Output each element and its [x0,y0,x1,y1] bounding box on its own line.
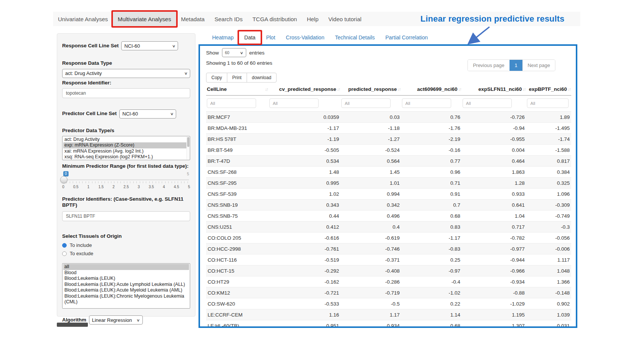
next-page-button[interactable]: Next page [522,60,555,71]
value-cell: -0.761 [269,243,341,254]
cell-line-cell: BR:T-47D [206,156,269,167]
slider-tick-label: 3 [138,185,140,189]
nav-item-univariate-analyses[interactable]: Univariate Analyses [53,12,113,26]
column-header-cv-predicted-response[interactable]: cv_predicted_response↓↑ [269,84,341,95]
column-filter-input-expbptf-nci60[interactable] [527,98,569,108]
export-copy-button[interactable]: Copy [206,73,227,83]
predictor-cell-line-set-select[interactable]: NCI-60 ∨ [119,109,176,119]
tab-cross-validation[interactable]: Cross-Validation [281,31,330,44]
nav-item-tcga-distribution[interactable]: TCGA distribution [247,12,302,26]
value-cell: -1.74 [526,134,571,145]
previous-page-button[interactable]: Previous page [468,60,509,71]
value-cell: 1.45 [341,167,401,178]
tissue-option-blood-leukemia-leuk-chronic-myelogenous-leukemia-cml[interactable]: Blood:Leukemia (LEUK):Chronic Myelogenou… [63,293,189,305]
value-cell: -0.519 [269,254,341,265]
column-filter-input-expslfn11-nci60[interactable] [463,98,512,108]
value-cell: 0.342 [341,200,401,211]
value-cell: -0.934 [462,276,526,287]
column-filter-cell [206,95,269,112]
tissue-radio-to-exclude[interactable]: To exclude [62,251,190,256]
value-cell: 0.933 [462,189,526,200]
slider-track[interactable] [63,179,189,180]
tissue-option-blood-leukemia-leuk-acute-myeloid-leukemia-aml[interactable]: Blood:Leukemia (LEUK):Acute Myeloid Leuk… [63,287,189,293]
chevron-down-icon: ∨ [184,71,188,75]
value-cell: 1.04 [462,211,526,222]
radio-icon[interactable] [62,251,67,256]
column-filter-input-cv-predicted-response[interactable] [269,98,319,108]
column-filter-input-predicted-response[interactable] [341,98,391,108]
column-header-expslfn11-nci60[interactable]: expSLFN11_nci60↓↑ [462,84,526,95]
cell-line-cell: CO:HCT-15 [206,265,269,276]
value-cell: 0.496 [341,211,401,222]
value-cell: 0.534 [269,156,341,167]
value-cell: -0.88 [462,287,526,298]
column-filter-input-act609699-nci60[interactable] [402,98,451,108]
column-header-expbptf-nci60[interactable]: expBPTF_nci60↓↑ [526,84,571,95]
data-type-option-exp-mrna-expression-z-score[interactable]: exp: mRNA Expression (Z-Score) [63,142,189,148]
nav-item-search-ids[interactable]: Search IDs [209,12,247,26]
slider-handle[interactable] [60,176,67,183]
tissue-option-blood[interactable]: Blood [63,270,189,276]
value-cell: -2.19 [401,134,462,145]
column-header-act609699-nci60[interactable]: act609699_nci60↓↑ [401,84,462,95]
results-panel: Show 60 ∨ entries Showing 1 to 60 of 60 … [199,44,577,328]
tab-heatmap[interactable]: Heatmap [207,31,239,44]
column-header-label: act609699_nci60 [417,86,458,92]
algorithm-select[interactable]: Linear Regression ∨ [89,315,143,325]
scrollbar-thumb[interactable] [187,137,189,147]
tissue-option-blood-leukemia-leuk-acute-lymphoid-leukemia-all[interactable]: Blood:Leukemia (LEUK):Acute Lymphoid Leu… [63,282,189,288]
column-header-label: expSLFN11_nci60 [478,86,522,92]
column-header-predicted-response[interactable]: predicted_response↓↑ [341,84,401,95]
value-cell: 0.995 [269,178,341,189]
column-header-cellline[interactable]: CellLine↓↑ [206,84,269,95]
export-download-button[interactable]: download [247,73,277,83]
chevron-down-icon: ∨ [136,318,140,322]
value-cell: -0.3 [526,222,571,232]
nav-item-multivariate-analyses[interactable]: Multivariate Analyses [113,12,176,26]
table-row: CO:KM12-0.721-0.719-1.02-0.88-0.148 [206,287,571,298]
chevron-down-icon: ∨ [240,51,244,55]
data-type-option-act-drug-activity[interactable]: act: Drug Activity [63,137,189,143]
value-cell: 0.77 [401,156,462,167]
tab-partial-correlation[interactable]: Partial Correlation [380,31,433,44]
scrollbar[interactable] [186,137,189,159]
response-cell-line-set-select[interactable]: NCI-60 ∨ [121,41,178,50]
slider-tick-label: 4 [163,185,165,189]
value-cell: -0.726 [462,112,526,123]
cell-line-cell: CNS:SNB-19 [206,200,269,211]
tab-plot[interactable]: Plot [261,31,280,44]
tissue-option-blood-leukemia-leuk[interactable]: Blood:Leukemia (LEUK) [63,276,189,282]
data-type-option-xai-mrna-expression-avg-log2-int[interactable]: xai: mRNA Expression (Avg. log2 Int.) [63,148,189,154]
nav-item-help[interactable]: Help [302,12,324,26]
value-cell: 0.68 [401,211,462,222]
annotation-arrow-icon [465,26,492,45]
data-type-option-xsq-rna-seq-expression-log2-fpkm-1[interactable]: xsq: RNA-seq Expression (log2 FPKM+1.) [63,154,189,160]
value-cell: 0.25 [401,254,462,265]
radio-icon[interactable] [62,243,67,248]
value-cell: -0.408 [341,265,401,276]
slider-tick-label: 3.5 [148,185,154,189]
response-data-type-select[interactable]: act: Drug Activity ∨ [62,69,190,78]
value-cell: -0.292 [269,265,341,276]
tab-data[interactable]: Data [239,31,261,44]
value-cell: 0.902 [526,298,571,309]
nav-item-video-tutorial[interactable]: Video tutorial [324,12,366,26]
tab-technical-details[interactable]: Technical Details [330,31,380,44]
value-cell: 0.934 [341,320,401,328]
export-print-button[interactable]: Print [227,73,247,83]
page-1-button[interactable]: 1 [510,60,522,71]
tissue-origin-label: Select Tissue/s of Origin [62,233,190,240]
response-identifier-input[interactable] [62,88,190,98]
table-row: LE:HL-60(TB)0.9510.9340.681.3070.031 [206,320,571,328]
value-cell: 1.02 [269,189,341,200]
column-filter-input-cellline[interactable] [207,98,256,108]
predictor-identifiers-input[interactable] [62,211,190,221]
nav-item-metadata[interactable]: Metadata [176,12,210,26]
min-predictor-range-slider: 0 5 00.511.522.533.544.55 [63,171,189,193]
tissue-option-all[interactable]: all [63,264,189,270]
show-entries-select[interactable]: 60 ∨ [222,48,246,57]
tissue-radio-to-include[interactable]: To include [62,242,190,248]
value-cell: 0.4 [341,222,401,232]
value-cell: -0.782 [462,232,526,243]
slider-tick-label: 0 [62,185,64,189]
